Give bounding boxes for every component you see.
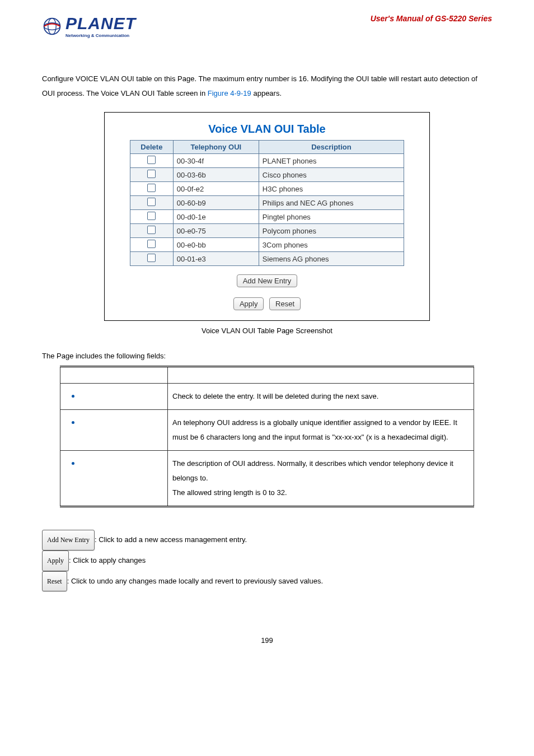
- col-oui: Telephony OUI: [173, 141, 259, 154]
- delete-checkbox[interactable]: [147, 240, 156, 248]
- apply-inline-button: Apply: [42, 550, 69, 571]
- bullet-icon: [72, 462, 74, 465]
- svg-point-2: [48, 18, 56, 34]
- desc-cell: Polycom phones: [259, 224, 404, 238]
- desc-cell: PLANET phones: [259, 154, 404, 168]
- apply-button[interactable]: Apply: [233, 297, 264, 310]
- bullet-icon: [72, 421, 74, 424]
- reset-desc: : Click to undo any changes made locally…: [67, 576, 323, 585]
- delete-checkbox[interactable]: [147, 226, 156, 234]
- table-row: The description of OUI address. Normally…: [60, 451, 474, 507]
- add-new-entry-inline-button: Add New Entry: [42, 530, 95, 550]
- oui-cell: 00-30-4f: [173, 154, 259, 168]
- reset-button[interactable]: Reset: [269, 297, 301, 310]
- field-desc: The description of OUI address. Normally…: [168, 451, 474, 507]
- manual-title: User's Manual of GS-5220 Series: [371, 14, 492, 23]
- delete-checkbox[interactable]: [147, 156, 156, 164]
- field-desc: An telephony OUI address is a globally u…: [168, 410, 474, 451]
- desc-cell: Cisco phones: [259, 168, 404, 182]
- desc-cell: 3Com phones: [259, 238, 404, 252]
- apply-desc: : Click to apply changes: [69, 556, 146, 564]
- delete-checkbox[interactable]: [147, 212, 156, 220]
- intro-paragraph: Configure VOICE VLAN OUI table on this P…: [42, 72, 492, 101]
- logo-subtitle: Networking & Communication: [65, 33, 136, 38]
- table-row: 00-30-4fPLANET phones: [130, 154, 404, 168]
- oui-cell: 00-01-e3: [173, 252, 259, 266]
- bullet-icon: [72, 395, 74, 398]
- screenshot-container: Voice VLAN OUI Table Delete Telephony OU…: [104, 112, 430, 321]
- table-row: 00-e0-75Polycom phones: [130, 224, 404, 238]
- oui-cell: 00-e0-bb: [173, 238, 259, 252]
- svg-point-0: [44, 18, 60, 34]
- figure-reference: Figure 4-9-19: [208, 89, 251, 97]
- field-desc: Check to delete the entry. It will be de…: [168, 384, 474, 410]
- add-desc: : Click to add a new access management e…: [95, 535, 247, 544]
- oui-table: Delete Telephony OUI Description 00-30-4…: [130, 140, 404, 266]
- col-desc: Description: [259, 141, 404, 154]
- table-row: 00-01-e3Siemens AG phones: [130, 252, 404, 266]
- reset-inline-button: Reset: [42, 571, 67, 592]
- oui-cell: 00-0f-e2: [173, 182, 259, 196]
- desc-cell: Pingtel phones: [259, 210, 404, 224]
- table-row: 00-d0-1ePingtel phones: [130, 210, 404, 224]
- add-new-entry-button[interactable]: Add New Entry: [237, 274, 298, 287]
- planet-globe-icon: [42, 16, 62, 36]
- button-descriptions: Add New Entry: Click to add a new access…: [42, 530, 492, 591]
- col-delete: Delete: [130, 141, 174, 154]
- table-row: An telephony OUI address is a globally u…: [60, 410, 474, 451]
- oui-cell: 00-d0-1e: [173, 210, 259, 224]
- table-row: Check to delete the entry. It will be de…: [60, 384, 474, 410]
- fields-intro: The Page includes the following fields:: [42, 352, 492, 360]
- oui-cell: 00-03-6b: [173, 168, 259, 182]
- table-row: 00-03-6bCisco phones: [130, 168, 404, 182]
- page-header: PLANET Networking & Communication User's…: [42, 14, 492, 38]
- page-number: 199: [42, 636, 492, 645]
- logo-text: PLANET: [65, 14, 136, 33]
- delete-checkbox[interactable]: [147, 170, 156, 178]
- oui-cell: 00-60-b9: [173, 196, 259, 210]
- oui-cell: 00-e0-75: [173, 224, 259, 238]
- table-row: 00-0f-e2H3C phones: [130, 182, 404, 196]
- table-row: 00-60-b9Philips and NEC AG phones: [130, 196, 404, 210]
- screenshot-caption: Voice VLAN OUI Table Page Screenshot: [42, 326, 492, 335]
- desc-cell: Philips and NEC AG phones: [259, 196, 404, 210]
- fields-table: Check to delete the entry. It will be de…: [60, 366, 474, 507]
- table-row: 00-e0-bb3Com phones: [130, 238, 404, 252]
- screenshot-title: Voice VLAN OUI Table: [113, 123, 421, 136]
- desc-cell: Siemens AG phones: [259, 252, 404, 266]
- desc-cell: H3C phones: [259, 182, 404, 196]
- delete-checkbox[interactable]: [147, 198, 156, 206]
- delete-checkbox[interactable]: [147, 254, 156, 262]
- logo: PLANET Networking & Communication: [42, 14, 136, 38]
- delete-checkbox[interactable]: [147, 184, 156, 192]
